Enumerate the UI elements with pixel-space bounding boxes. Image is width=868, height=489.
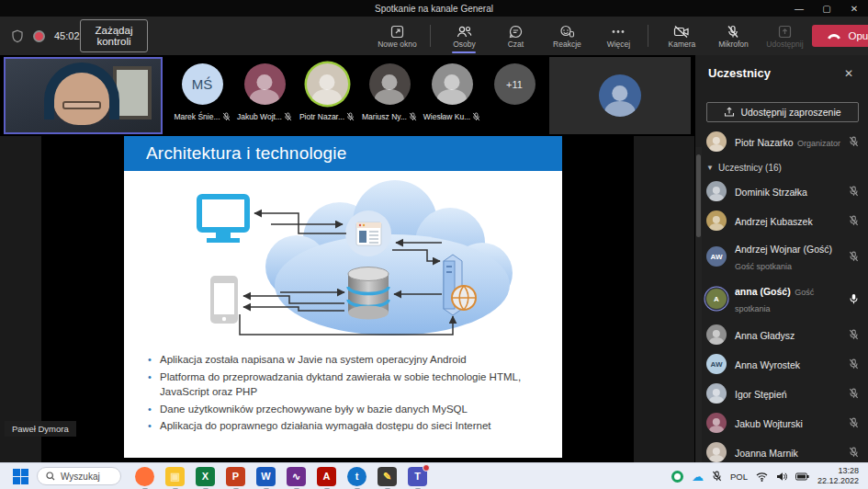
slide-bullet: Aplikacja do poprawnego działania wymaga… <box>148 419 543 434</box>
participant-thumbnail[interactable]: Mariusz Ny... <box>358 59 421 121</box>
avatar: +11 <box>494 63 535 105</box>
participants-panel: Uczestnicy ✕ Udostępnij zaproszenie Piot… <box>695 55 868 462</box>
participant-name: Mariusz Ny... <box>362 112 407 121</box>
slide-bullet: Dane użytkowników przechowywane były w b… <box>148 403 543 417</box>
avatar <box>706 442 727 462</box>
recording-indicator-icon <box>33 30 45 42</box>
mic-muted-icon[interactable] <box>849 358 859 370</box>
smartphone-icon <box>210 276 238 324</box>
participant-thumbnail[interactable]: +11 <box>483 59 546 121</box>
attendee-row[interactable]: Jakub Wojturski <box>695 408 868 438</box>
participant-name: Piotr Nazar... <box>299 112 344 121</box>
avatar: A <box>706 289 727 309</box>
participant-name: Piotr Nazarko <box>735 137 794 148</box>
tray-clock[interactable]: 13:28 22.12.2022 <box>817 466 859 487</box>
mic-muted-icon[interactable] <box>849 447 859 458</box>
mic-muted-icon[interactable] <box>849 329 859 340</box>
mic-muted-icon[interactable] <box>849 251 859 262</box>
mic-on-icon[interactable] <box>849 293 859 304</box>
database-icon <box>348 267 389 320</box>
reactions-button[interactable]: Reakcje <box>543 23 591 50</box>
participant-thumbnail[interactable]: MŚ Marek Śnie... <box>171 59 233 121</box>
wifi-icon[interactable] <box>756 472 768 482</box>
participant-name: Igor Stępień <box>735 389 787 400</box>
attendee-row[interactable]: A anna (Gość) Gość spotkania <box>695 278 868 320</box>
participant-name: Dominik Strzałka <box>735 187 807 198</box>
mic-muted-icon[interactable] <box>849 186 859 197</box>
taskbar-app-icon[interactable]: ∿ <box>287 467 306 486</box>
share-invite-icon <box>724 107 735 118</box>
presenter-name-label: Paweł Dymora <box>5 421 76 437</box>
panel-close-icon[interactable]: ✕ <box>840 67 857 80</box>
chat-button[interactable]: Czat <box>491 23 539 50</box>
more-dots-icon <box>611 25 626 39</box>
taskbar-app-icon[interactable]: t <box>347 467 366 486</box>
tray-icon-green[interactable] <box>671 471 683 483</box>
taskbar-app-icon[interactable]: A <box>317 467 336 486</box>
mic-muted-icon <box>849 136 859 147</box>
avatar <box>432 63 473 105</box>
attendee-row[interactable]: AW Anna Wyrostek <box>695 349 868 379</box>
battery-icon[interactable] <box>795 472 809 481</box>
screen-share-stage: Architektura i technologie <box>0 136 694 462</box>
microphone-off-icon <box>727 25 739 39</box>
participant-thumbnail[interactable]: Piotr Nazar... <box>296 59 358 121</box>
meeting-timer: 45:02 <box>54 30 80 41</box>
hangup-icon <box>827 32 841 40</box>
avatar <box>706 413 727 433</box>
tray-mic-muted-icon[interactable] <box>712 471 722 482</box>
close-button[interactable]: ✕ <box>840 0 868 17</box>
taskbar-app-icon[interactable]: W <box>256 467 276 486</box>
participant-name: Jakub Wojturski <box>735 418 803 429</box>
participant-video-tile[interactable] <box>549 57 691 134</box>
mic-muted-icon[interactable] <box>849 388 859 399</box>
taskbar-app-icon[interactable]: T <box>408 467 427 486</box>
volume-icon[interactable] <box>776 472 787 482</box>
mic-muted-icon[interactable] <box>849 215 859 226</box>
participant-name: anna (Gość) <box>735 286 791 297</box>
participant-name: Anna Gładysz <box>735 330 795 341</box>
people-button[interactable]: Osoby <box>440 23 488 50</box>
taskbar-app-icon[interactable]: ▣ <box>165 467 185 486</box>
request-control-button[interactable]: Zażądaj kontroli <box>80 19 149 52</box>
new-window-button[interactable]: Nowe okno <box>373 23 421 50</box>
leave-button[interactable]: Opuść <box>812 25 868 47</box>
participant-name: Jakub Wojt... <box>237 112 282 121</box>
self-view-video[interactable] <box>4 57 163 134</box>
minimize-button[interactable]: — <box>785 0 813 17</box>
taskbar-app-icon[interactable]: P <box>226 467 245 486</box>
participant-thumbnail[interactable]: Wiesław Ku... <box>421 59 483 121</box>
taskbar-app-icon[interactable] <box>135 467 154 486</box>
participant-thumbnail[interactable]: Jakub Wojt... <box>233 59 296 121</box>
language-indicator[interactable]: POL <box>730 472 748 482</box>
mic-muted-icon[interactable] <box>849 417 859 428</box>
attendee-row[interactable]: AW Andrzej Wojnar (Gość) Gość spotkania <box>695 235 868 278</box>
onedrive-icon[interactable]: ☁ <box>692 471 704 483</box>
attendee-row[interactable]: Dominik Strzałka <box>695 176 868 206</box>
mic-muted-icon <box>222 112 231 121</box>
mic-muted-icon <box>409 112 417 121</box>
taskbar-app-icon[interactable]: ✎ <box>378 467 397 486</box>
slide-bullets: Aplikacja została napisana w Javie na sy… <box>148 353 543 437</box>
slide-bullet: Platforma do przeprowadzania dyktand zaw… <box>148 370 543 400</box>
share-invite-button[interactable]: Udostępnij zaproszenie <box>706 102 859 122</box>
headphones <box>44 63 119 119</box>
video-strip: MŚ Marek Śnie... Jakub Wojt... <box>0 55 694 136</box>
start-button[interactable] <box>13 469 28 484</box>
taskbar-search[interactable]: Wyszukaj <box>37 467 121 485</box>
microphone-button[interactable]: Mikrofon <box>709 23 757 50</box>
attendee-row[interactable]: Anna Gładysz <box>695 320 868 349</box>
avatar <box>599 74 641 117</box>
monitor-icon <box>199 197 247 243</box>
attendees-section-header[interactable]: ▼ Uczestnicy (16) <box>695 155 868 176</box>
more-button[interactable]: Więcej <box>594 23 642 50</box>
organizer-row[interactable]: Piotr Nazarko Organizator <box>695 128 868 155</box>
camera-button[interactable]: Kamera <box>658 23 705 50</box>
attendee-row[interactable]: Igor Stępień <box>695 379 868 408</box>
attendee-list: Dominik Strzałka Andrzej Kubaszek <box>695 176 868 489</box>
panel-scrollbar[interactable] <box>695 147 702 462</box>
maximize-button[interactable]: ▢ <box>813 0 840 17</box>
taskbar-app-icon[interactable]: X <box>196 467 215 486</box>
attendee-row[interactable]: Andrzej Kubaszek <box>695 206 868 235</box>
toolbar-divider <box>648 25 648 47</box>
